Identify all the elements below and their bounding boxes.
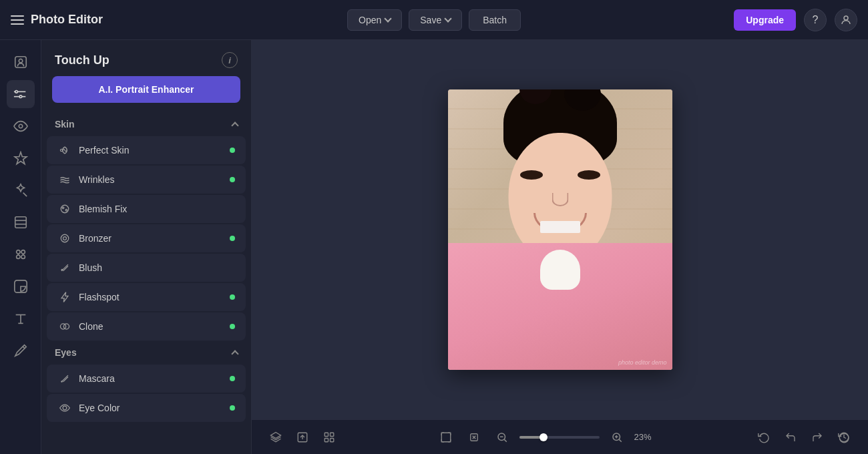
sidebar-icon-stickers[interactable] bbox=[7, 272, 35, 300]
svg-point-17 bbox=[16, 255, 19, 259]
sidebar-icon-effects[interactable] bbox=[7, 144, 35, 172]
skin-section-header[interactable]: Skin bbox=[41, 114, 251, 135]
svg-point-32 bbox=[61, 269, 63, 270]
svg-rect-44 bbox=[331, 433, 334, 436]
topbar: Photo Editor Open Save Batch Upgrade ? bbox=[0, 0, 868, 40]
blemish-fix-label: Blemish Fix bbox=[79, 204, 127, 214]
svg-point-18 bbox=[21, 255, 24, 259]
perfect-skin-label: Perfect Skin bbox=[79, 145, 129, 156]
redo-button[interactable] bbox=[807, 427, 828, 448]
wrinkles-label: Wrinkles bbox=[79, 174, 114, 185]
bottom-bar: 23% bbox=[252, 419, 868, 454]
clone-icon bbox=[57, 319, 72, 334]
photo-container: photo editor demo bbox=[448, 89, 672, 370]
menu-icon[interactable] bbox=[11, 15, 24, 25]
svg-point-25 bbox=[61, 205, 68, 212]
sidebar-icon-portrait[interactable] bbox=[7, 48, 35, 76]
open-label: Open bbox=[359, 15, 381, 25]
sidebar-icon-view[interactable] bbox=[7, 112, 35, 140]
open-chevron-icon bbox=[385, 15, 392, 22]
grid-bottom-button[interactable] bbox=[318, 427, 340, 448]
eye-color-label: Eye Color bbox=[79, 403, 120, 413]
tool-item-eye-color[interactable]: Eye Color bbox=[47, 394, 246, 422]
svg-point-28 bbox=[61, 234, 68, 242]
help-button[interactable]: ? bbox=[804, 9, 827, 31]
icon-sidebar bbox=[0, 40, 41, 454]
main-layout: Touch Up i A.I. Portrait Enhancer Skin bbox=[0, 40, 868, 454]
clone-label: Clone bbox=[79, 321, 103, 332]
svg-rect-47 bbox=[441, 433, 451, 442]
svg-point-15 bbox=[16, 250, 19, 254]
zoom-percent-label: 23% bbox=[634, 432, 658, 442]
bronzer-icon bbox=[57, 231, 72, 246]
svg-rect-12 bbox=[15, 217, 26, 228]
sidebar-icon-widgets[interactable] bbox=[7, 240, 35, 268]
blemish-fix-dot-hidden bbox=[230, 206, 235, 212]
topbar-left: Photo Editor bbox=[11, 13, 339, 27]
open-button[interactable]: Open bbox=[347, 9, 402, 31]
svg-line-36 bbox=[61, 375, 68, 382]
history-button[interactable] bbox=[833, 427, 855, 448]
eye-color-icon bbox=[57, 401, 72, 415]
zoom-in-button[interactable] bbox=[606, 427, 628, 448]
eyes-chevron-icon bbox=[231, 350, 238, 357]
tool-item-perfect-skin[interactable]: Perfect Skin bbox=[47, 136, 246, 164]
canvas-main[interactable]: photo editor demo bbox=[252, 40, 868, 419]
flashspot-label: Flashspot bbox=[79, 292, 120, 302]
bottom-center-zoom: 23% bbox=[435, 427, 658, 448]
svg-point-16 bbox=[21, 250, 24, 254]
layers-bottom-button[interactable] bbox=[265, 427, 286, 448]
sidebar-icon-layers[interactable] bbox=[7, 208, 35, 236]
ai-enhancer-button[interactable]: A.I. Portrait Enhancer bbox=[52, 76, 240, 103]
tool-item-bronzer[interactable]: Bronzer bbox=[47, 224, 246, 252]
tool-item-clone[interactable]: Clone bbox=[47, 312, 246, 340]
actual-size-button[interactable] bbox=[463, 427, 485, 448]
fit-screen-button[interactable] bbox=[435, 427, 457, 448]
info-icon[interactable]: i bbox=[222, 52, 238, 68]
svg-point-38 bbox=[61, 381, 62, 382]
svg-line-57 bbox=[619, 439, 621, 441]
tool-item-blush[interactable]: Blush bbox=[47, 254, 246, 282]
svg-point-26 bbox=[62, 207, 63, 208]
svg-line-23 bbox=[22, 347, 25, 349]
bottom-left-tools bbox=[265, 427, 340, 448]
svg-rect-43 bbox=[324, 433, 328, 436]
svg-point-39 bbox=[63, 406, 67, 410]
topbar-center: Open Save Batch bbox=[347, 9, 521, 31]
eyes-section-header[interactable]: Eyes bbox=[41, 342, 251, 363]
perfect-skin-dot bbox=[230, 148, 235, 153]
zoom-out-button[interactable] bbox=[491, 427, 513, 448]
tool-panel: Touch Up i A.I. Portrait Enhancer Skin bbox=[41, 40, 252, 454]
svg-marker-33 bbox=[61, 292, 68, 302]
blush-icon bbox=[57, 260, 72, 275]
panel-header: Touch Up i bbox=[41, 40, 251, 76]
tool-item-blemish-fix[interactable]: Blemish Fix bbox=[47, 195, 246, 223]
tool-item-wrinkles[interactable]: Wrinkles bbox=[47, 166, 246, 194]
svg-point-0 bbox=[844, 16, 848, 20]
svg-point-9 bbox=[19, 124, 23, 128]
undo-button[interactable] bbox=[780, 427, 801, 448]
skin-section-title: Skin bbox=[55, 119, 75, 130]
mascara-dot bbox=[230, 376, 235, 381]
sidebar-icon-retouch[interactable] bbox=[7, 176, 35, 204]
panel-title: Touch Up bbox=[55, 53, 110, 67]
ai-enhancer-label: A.I. Portrait Enhancer bbox=[98, 84, 194, 95]
batch-label: Batch bbox=[483, 15, 507, 25]
save-button[interactable]: Save bbox=[409, 9, 462, 31]
export-bottom-button[interactable] bbox=[292, 427, 313, 448]
mascara-icon bbox=[57, 371, 72, 386]
svg-point-2 bbox=[19, 59, 23, 63]
upgrade-button[interactable]: Upgrade bbox=[734, 9, 796, 31]
svg-rect-45 bbox=[324, 438, 328, 441]
batch-button[interactable]: Batch bbox=[469, 9, 521, 31]
zoom-slider[interactable] bbox=[519, 436, 600, 439]
tool-item-flashspot[interactable]: Flashspot bbox=[47, 283, 246, 311]
sidebar-icon-draw[interactable] bbox=[7, 336, 35, 365]
tool-item-mascara[interactable]: Mascara bbox=[47, 365, 246, 393]
wrinkles-dot bbox=[230, 177, 235, 182]
sidebar-icon-text[interactable] bbox=[7, 304, 35, 332]
reset-button[interactable] bbox=[753, 427, 775, 448]
user-avatar[interactable] bbox=[835, 9, 857, 31]
blush-dot-hidden bbox=[230, 265, 235, 270]
sidebar-icon-adjust[interactable] bbox=[7, 80, 35, 108]
